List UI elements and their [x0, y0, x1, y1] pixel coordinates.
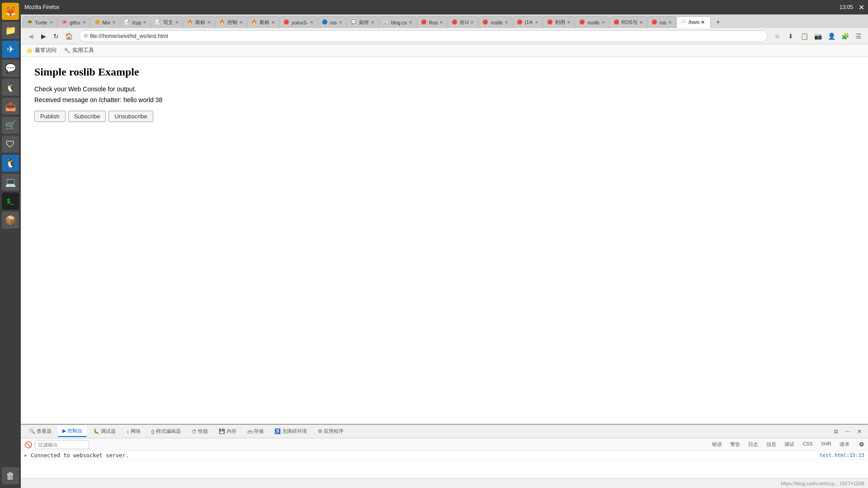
devtools-more-button[interactable]: ⋯ — [843, 427, 853, 436]
devtools-tab-debugger[interactable]: 🐛 调试器 — [89, 426, 120, 436]
sidebar-icon-shield[interactable]: 🛡 — [2, 136, 19, 153]
sidebar-panel-icon[interactable]: 📋 — [798, 30, 810, 42]
filter-log[interactable]: 日志 — [745, 440, 761, 449]
tab-close-icon[interactable]: ✕ — [668, 20, 672, 25]
sidebar-icon-package[interactable]: 📦 — [2, 211, 19, 229]
tab-close-icon[interactable]: ✕ — [371, 20, 374, 25]
tab-close-icon[interactable]: ✕ — [409, 20, 412, 25]
tab-rosyu[interactable]: 🔴ROS与✕ — [609, 16, 647, 28]
tab-close-icon[interactable]: ✕ — [82, 20, 86, 25]
tab-close-icon[interactable]: ✕ — [239, 20, 243, 25]
subscribe-button[interactable]: Subscribe — [68, 111, 106, 122]
sidebar-icon-wechat[interactable]: 💬 — [2, 60, 19, 77]
devtools-tab-inspector[interactable]: 🔍 查看器 — [24, 426, 56, 436]
sidebar-icon-trash[interactable]: 🗑 — [2, 467, 19, 484]
tab-close-icon[interactable]: ✕ — [49, 20, 53, 25]
tab-count[interactable]: 🔴(1※✕ — [513, 16, 543, 28]
tab-roslib2[interactable]: 🔴roslib✕ — [575, 16, 609, 28]
filter-xhr[interactable]: XHR — [818, 440, 835, 449]
devtools-tab-performance[interactable]: ⏱ 性能 — [187, 426, 212, 436]
sidebar-icon-files[interactable]: 📁 — [2, 22, 19, 39]
tab-xinbiao2[interactable]: 🔥新标✕ — [247, 16, 279, 28]
tab-xinbiao[interactable]: 🔥新标✕ — [183, 16, 215, 28]
tab-favicon: 🔴 — [613, 19, 620, 26]
reload-button[interactable]: ↻ — [50, 30, 62, 42]
back-button[interactable]: ◀ — [24, 30, 37, 42]
tab-close-icon[interactable]: ✕ — [470, 20, 474, 25]
unsubscribe-button[interactable]: Unsubscribe — [108, 111, 153, 122]
tab-zaiu[interactable]: 🔴在U✕ — [448, 16, 478, 28]
extension-icon[interactable]: 🧩 — [839, 30, 851, 42]
tab-lzyp[interactable]: 📝lzyp✕ — [120, 16, 151, 28]
download-icon[interactable]: ⬇ — [785, 30, 797, 42]
tab-ros[interactable]: 🔵ros✕ — [318, 16, 346, 28]
devtools-tab-application[interactable]: ⚙ 应用程序 — [313, 426, 348, 436]
tab-roslib[interactable]: 🔴roslib✕ — [478, 16, 512, 28]
tab-turtle[interactable]: 🐢Turtle✕ — [23, 16, 57, 28]
sidebar-icon-amazon[interactable]: 🛒 — [2, 117, 19, 134]
tab-close-icon[interactable]: ✕ — [175, 20, 179, 25]
filter-debug[interactable]: 调试 — [781, 440, 797, 449]
console-filter-input[interactable] — [35, 440, 89, 449]
clear-console-icon[interactable]: 🚫 — [24, 441, 32, 448]
console-source-link[interactable]: test.html:15:13 — [820, 452, 864, 458]
tab-close-icon[interactable]: ✕ — [339, 20, 342, 25]
sidebar-icon-telegram[interactable]: ✈ — [2, 41, 19, 58]
filter-error[interactable]: 错误 — [709, 440, 725, 449]
menu-icon[interactable]: ☰ — [853, 30, 864, 42]
tab-close-icon[interactable]: ✕ — [567, 20, 571, 25]
tab-xiewen[interactable]: 📝写文✕ — [151, 16, 183, 28]
user-icon[interactable]: 👤 — [826, 30, 837, 42]
sidebar-icon-upload[interactable]: 📤 — [2, 98, 19, 115]
tab-close-icon[interactable]: ✕ — [535, 20, 538, 25]
bookmark-zuichang[interactable]: ⭐ 最常访问 — [24, 46, 58, 55]
sidebar-icon-pycharm[interactable]: 💻 — [2, 174, 19, 191]
tab-close-icon[interactable]: ✕ — [601, 20, 605, 25]
tab-ros2[interactable]: 🔴ros✕ — [647, 16, 676, 28]
tab-rosv[interactable]: 🔴Ros✕ — [417, 16, 448, 28]
address-bar[interactable]: ⚙ file:///home/seivl/hd_ws/test.html — [79, 30, 768, 42]
sidebar-icon-firefox[interactable]: 🦊 — [2, 3, 19, 20]
publish-button[interactable]: Publish — [34, 111, 66, 122]
devtools-tab-console[interactable]: ▶ 控制台 — [58, 426, 87, 437]
devtools-tab-accessibility[interactable]: ♿ 无障碍环境 — [270, 426, 311, 436]
filter-right-icon[interactable]: ⚙ — [859, 441, 864, 448]
tab-close-icon[interactable]: ✕ — [143, 20, 146, 25]
tab-mix[interactable]: 🔶Mix✕ — [90, 16, 120, 28]
tab-ruhe[interactable]: 💬如何✕ — [347, 16, 378, 28]
devtools-tab-memory[interactable]: 💾 内存 — [214, 426, 241, 436]
filter-css[interactable]: CSS — [799, 440, 816, 449]
new-tab-button[interactable]: + — [712, 16, 724, 28]
screenshot-icon[interactable]: 📷 — [812, 30, 824, 42]
tab-close-icon[interactable]: ✕ — [505, 20, 508, 25]
tab-close-icon[interactable]: ✕ — [207, 20, 211, 25]
tab-close-icon[interactable]: ✕ — [271, 20, 275, 25]
filter-info[interactable]: 信息 — [763, 440, 779, 449]
tab-yolov3[interactable]: 🔴yolov3-✕ — [279, 16, 317, 28]
tab-close-icon[interactable]: ✕ — [310, 20, 313, 25]
sidebar-icon-linux[interactable]: 🐧 — [2, 155, 19, 172]
devtools-tab-style-editor[interactable]: {} 样式编辑器 — [147, 426, 185, 436]
tab-liyong[interactable]: 🔴利用✕ — [543, 16, 575, 28]
forward-button[interactable]: ▶ — [37, 30, 50, 42]
tab-close-icon[interactable]: ✕ — [639, 20, 643, 25]
sidebar-icon-terminal[interactable]: $_ — [2, 192, 19, 210]
tab-kongzhi[interactable]: 🔥控制✕ — [215, 16, 247, 28]
tab-close-icon[interactable]: ✕ — [112, 20, 116, 25]
bookmark-icon[interactable]: ☆ — [771, 30, 783, 42]
sidebar-icon-penguin[interactable]: 🐧 — [2, 79, 19, 96]
bookmark-shiyong[interactable]: 🔧 实用工具 — [62, 46, 96, 55]
tab-github[interactable]: 🐙githu✕ — [57, 16, 90, 28]
home-button[interactable]: 🏠 — [62, 30, 75, 42]
tab-home[interactable]: 📄/hom ✕ — [676, 16, 711, 28]
close-icon[interactable]: ✕ — [859, 3, 864, 12]
filter-warning[interactable]: 警告 — [727, 440, 743, 449]
devtools-copy-button[interactable]: ⧉ — [831, 427, 841, 436]
bookmark-icon-shiyong: 🔧 — [64, 47, 71, 54]
devtools-tab-network[interactable]: ↕ 网络 — [122, 426, 145, 436]
filter-request[interactable]: 请求 — [836, 440, 853, 449]
tab-blogcsd[interactable]: 📰blog.cs✕ — [379, 16, 416, 28]
devtools-close-button[interactable]: ✕ — [854, 427, 864, 436]
devtools-tab-storage[interactable]: 🗃 存储 — [243, 426, 268, 436]
tab-close-icon[interactable]: ✕ — [439, 20, 443, 25]
